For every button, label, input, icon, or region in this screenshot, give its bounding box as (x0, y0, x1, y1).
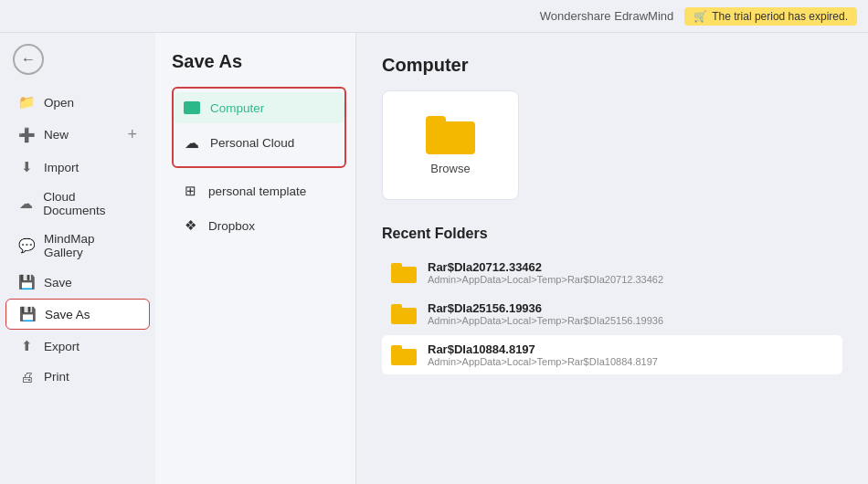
cloud-documents-icon: ☁ (18, 195, 34, 212)
topbar: Wondershare EdrawMind 🛒 The trial period… (0, 0, 868, 33)
folder-item-1[interactable]: Rar$DIa20712.33462 Admin>AppData>Local>T… (382, 253, 842, 292)
sidebar-label-import: Import (44, 161, 79, 174)
sidebar-item-mindmap-gallery[interactable]: 💬 MindMap Gallery (5, 226, 150, 266)
save-option-personal-cloud[interactable]: ☁ Personal Cloud (174, 127, 344, 159)
new-icon: ➕ (18, 127, 35, 143)
sidebar-label-export: Export (44, 340, 79, 353)
sidebar-item-import[interactable]: ⬇ Import (5, 153, 150, 182)
sidebar-label-save: Save (44, 276, 72, 289)
right-section-title: Computer (382, 55, 842, 76)
folder-sm-icon-2 (391, 304, 417, 324)
computer-option-icon (183, 100, 201, 116)
sidebar-item-print[interactable]: 🖨 Print (5, 363, 150, 391)
sidebar: ← 📁 Open ➕ New + ⬇ Import ☁ Cloud Docume… (0, 33, 155, 484)
mindmap-gallery-icon: 💬 (18, 237, 35, 254)
trial-text: The trial period has expired. (712, 10, 848, 23)
browse-folder-icon (426, 116, 475, 154)
middle-panel: Save As Computer ☁ Personal Cloud ⊞ pers… (155, 33, 356, 484)
browse-label: Browse (430, 162, 470, 175)
recent-folders-title: Recent Folders (382, 226, 842, 242)
browse-card[interactable]: Browse (382, 90, 519, 200)
save-option-personal-template[interactable]: ⊞ personal template (172, 175, 346, 206)
folder-sm-icon-1 (391, 263, 417, 283)
save-option-computer-label: Computer (210, 101, 264, 115)
folder-path-3: Admin>AppData>Local>Temp>Rar$DIa10884.81… (428, 356, 658, 367)
save-option-dropbox[interactable]: ❖ Dropbox (172, 210, 346, 241)
folder-name-2: Rar$DIa25156.19936 (428, 301, 663, 315)
sidebar-label-open: Open (44, 96, 74, 110)
sidebar-label-print: Print (44, 370, 69, 384)
folder-sm-icon-3 (391, 345, 417, 365)
trial-badge[interactable]: 🛒 The trial period has expired. (684, 7, 857, 26)
folder-name-1: Rar$DIa20712.33462 (428, 260, 663, 274)
sidebar-label-new: New (44, 128, 69, 142)
brand-label: Wondershare EdrawMind (540, 9, 673, 23)
folder-path-1: Admin>AppData>Local>Temp>Rar$DIa20712.33… (428, 274, 663, 285)
import-icon: ⬇ (18, 159, 35, 175)
save-icon: 💾 (18, 274, 35, 290)
sidebar-item-export[interactable]: ⬆ Export (5, 331, 150, 361)
template-option-icon: ⊞ (181, 183, 199, 199)
recent-folders: Recent Folders Rar$DIa20712.33462 Admin>… (382, 226, 842, 374)
save-options-box: Computer ☁ Personal Cloud (172, 87, 346, 168)
plus-icon: + (127, 125, 137, 144)
right-panel: Computer Browse Recent Folders Rar$DIa20… (356, 33, 868, 484)
sidebar-label-save-as: Save As (45, 308, 90, 321)
save-as-icon: 💾 (19, 306, 36, 322)
folder-name-3: Rar$DIa10884.8197 (428, 342, 658, 356)
export-icon: ⬆ (18, 338, 35, 354)
folder-path-2: Admin>AppData>Local>Temp>Rar$DIa25156.19… (428, 315, 663, 326)
save-option-personal-cloud-label: Personal Cloud (210, 136, 294, 150)
back-button[interactable]: ← (13, 44, 44, 75)
print-icon: 🖨 (18, 369, 35, 384)
sidebar-label-cloud-documents: Cloud Documents (43, 190, 137, 217)
save-option-personal-template-label: personal template (208, 184, 306, 198)
save-option-computer[interactable]: Computer (174, 92, 344, 123)
save-option-dropbox-label: Dropbox (208, 219, 255, 233)
save-as-title: Save As (172, 51, 346, 72)
sidebar-item-new[interactable]: ➕ New + (5, 119, 150, 151)
cart-icon: 🛒 (693, 10, 707, 23)
main-layout: ← 📁 Open ➕ New + ⬇ Import ☁ Cloud Docume… (0, 33, 868, 484)
folder-item-3[interactable]: Rar$DIa10884.8197 Admin>AppData>Local>Te… (382, 335, 842, 374)
sidebar-item-save[interactable]: 💾 Save (5, 268, 150, 297)
folder-item-2[interactable]: Rar$DIa25156.19936 Admin>AppData>Local>T… (382, 294, 842, 333)
sidebar-item-open[interactable]: 📁 Open (5, 88, 150, 117)
sidebar-item-save-as[interactable]: 💾 Save As (5, 299, 150, 330)
dropbox-option-icon: ❖ (181, 217, 199, 234)
open-icon: 📁 (18, 94, 35, 110)
cloud-option-icon: ☁ (183, 134, 201, 152)
sidebar-item-cloud-documents[interactable]: ☁ Cloud Documents (5, 184, 150, 224)
sidebar-label-mindmap-gallery: MindMap Gallery (44, 232, 137, 259)
